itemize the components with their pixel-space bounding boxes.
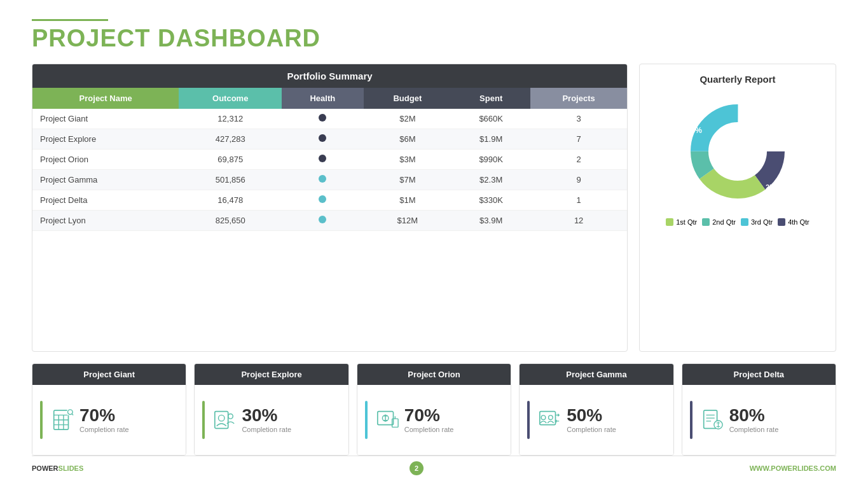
legend-color-1st bbox=[666, 218, 673, 226]
cell-budget: $3M bbox=[364, 150, 452, 170]
cell-spent: $2.3M bbox=[451, 170, 530, 190]
cell-health bbox=[282, 190, 363, 211]
project-card: Project Orion 70% Completion rate bbox=[357, 363, 511, 456]
project-card: Project Explore 30% Completion rate bbox=[194, 363, 348, 456]
cell-outcome: 501,856 bbox=[179, 170, 282, 190]
card-header: Project Orion bbox=[357, 364, 511, 385]
title-black: PROJECT bbox=[32, 25, 158, 52]
card-header: Project Giant bbox=[32, 364, 186, 385]
col-header-outcome: Outcome bbox=[179, 88, 282, 109]
legend-2nd: 2nd Qtr bbox=[702, 218, 736, 226]
card-icon-svg bbox=[212, 408, 237, 432]
card-body: 50% Completion rate bbox=[520, 385, 673, 455]
donut-hole bbox=[709, 123, 766, 180]
completion-percent: 30% bbox=[242, 407, 291, 424]
header-accent-line bbox=[32, 19, 108, 21]
completion-percent: 70% bbox=[79, 407, 129, 424]
completion-label: Completion rate bbox=[242, 426, 291, 433]
page: PROJECT DASHBOARD Portfolio Summary Proj… bbox=[0, 0, 868, 488]
cell-spent: $330K bbox=[451, 190, 530, 211]
legend-label-4th: 4th Qtr bbox=[788, 218, 809, 226]
health-dot bbox=[319, 195, 326, 203]
footer-url: WWW.POWERLIDES.COM bbox=[750, 464, 836, 472]
cell-name: Project Explore bbox=[32, 129, 179, 150]
cell-name: Project Giant bbox=[32, 109, 179, 129]
card-accent-bar bbox=[527, 401, 530, 439]
portfolio-title: Portfolio Summary bbox=[32, 64, 627, 88]
cell-outcome: 16,478 bbox=[179, 190, 282, 211]
completion-percent: 70% bbox=[404, 407, 454, 424]
portfolio-table: Project Name Outcome Health Budget Spent… bbox=[32, 88, 627, 231]
cell-spent: $660K bbox=[451, 109, 530, 129]
footer-brand-green: SLIDES bbox=[59, 464, 84, 472]
health-dot bbox=[319, 114, 326, 122]
completion-percent: 80% bbox=[729, 407, 779, 424]
label-3rd: 25% bbox=[766, 183, 780, 191]
top-section: Portfolio Summary Project Name Outcome H… bbox=[32, 64, 836, 352]
title-green: DASHBOARD bbox=[158, 25, 320, 52]
main-content: Portfolio Summary Project Name Outcome H… bbox=[32, 64, 836, 456]
cell-outcome: 427,283 bbox=[179, 129, 282, 150]
card-icon-svg bbox=[50, 408, 74, 432]
table-row: Project Lyon 825,650 $12M $3.9M 12 bbox=[32, 211, 627, 231]
col-header-budget: Budget bbox=[364, 88, 452, 109]
legend-3rd: 3rd Qtr bbox=[741, 218, 773, 226]
completion-label: Completion rate bbox=[729, 426, 779, 433]
health-dot bbox=[319, 216, 326, 223]
table-row: Project Orion 69,875 $3M $990K 2 bbox=[32, 150, 627, 170]
legend-color-2nd bbox=[702, 218, 710, 226]
legend-color-3rd bbox=[741, 218, 748, 226]
cell-spent: $1.9M bbox=[451, 129, 530, 150]
card-body: 70% Completion rate bbox=[32, 385, 186, 455]
label-1st: 25% bbox=[762, 106, 776, 113]
card-accent-bar bbox=[40, 401, 43, 439]
table-row: Project Delta 16,478 $1M $330K 1 bbox=[32, 190, 627, 211]
page-header: PROJECT DASHBOARD bbox=[32, 19, 836, 52]
donut-legend: 1st Qtr 2nd Qtr 3rd Qtr 4th Qtr bbox=[666, 218, 809, 226]
card-header: Project Explore bbox=[195, 364, 348, 385]
card-accent-bar bbox=[202, 401, 205, 439]
cell-projects: 12 bbox=[530, 211, 627, 231]
cell-projects: 1 bbox=[530, 190, 627, 211]
svg-point-11 bbox=[228, 414, 233, 419]
card-accent-bar bbox=[365, 401, 368, 439]
project-card: Project Giant 70% Completion rate bbox=[32, 363, 186, 456]
cell-budget: $2M bbox=[364, 109, 452, 129]
legend-label-1st: 1st Qtr bbox=[676, 218, 697, 226]
card-stats: 70% Completion rate bbox=[79, 407, 129, 433]
cell-health bbox=[282, 150, 363, 170]
cell-name: Project Lyon bbox=[32, 211, 179, 231]
card-stats: 30% Completion rate bbox=[242, 407, 291, 433]
completion-label: Completion rate bbox=[79, 426, 129, 433]
card-stats: 70% Completion rate bbox=[404, 407, 454, 433]
card-header: Project Gamma bbox=[520, 364, 673, 385]
legend-4th: 4th Qtr bbox=[778, 218, 809, 226]
cell-name: Project Orion bbox=[32, 150, 179, 170]
label-2nd: 10% bbox=[776, 143, 790, 150]
quarterly-section: Quarterly Report bbox=[639, 64, 836, 352]
cell-spent: $990K bbox=[451, 150, 530, 170]
table-row: Project Giant 12,312 $2M $660K 3 bbox=[32, 109, 627, 129]
legend-1st: 1st Qtr bbox=[666, 218, 697, 226]
card-body: 30% Completion rate bbox=[195, 385, 348, 455]
cell-name: Project Gamma bbox=[32, 170, 179, 190]
cell-budget: $12M bbox=[364, 211, 452, 231]
donut-svg bbox=[680, 94, 795, 209]
footer-brand: POWERSLIDES bbox=[32, 464, 83, 472]
col-header-spent: Spent bbox=[451, 88, 530, 109]
cell-projects: 3 bbox=[530, 109, 627, 129]
cards-section: Project Giant 70% Completion rate Projec… bbox=[32, 363, 836, 456]
cell-spent: $3.9M bbox=[451, 211, 530, 231]
page-number: 2 bbox=[410, 461, 424, 475]
project-card: Project Gamma 50% Completion rate bbox=[519, 363, 673, 456]
card-accent-bar bbox=[690, 401, 692, 439]
cell-outcome: 825,650 bbox=[179, 211, 282, 231]
cell-projects: 2 bbox=[530, 150, 627, 170]
cell-budget: $6M bbox=[364, 129, 452, 150]
donut-chart: 25% 10% 25% 40% bbox=[680, 94, 795, 209]
col-header-name: Project Name bbox=[32, 88, 179, 109]
card-header: Project Delta bbox=[682, 364, 836, 385]
card-body: 80% Completion rate bbox=[682, 385, 836, 455]
cell-health bbox=[282, 109, 363, 129]
cell-projects: 9 bbox=[530, 170, 627, 190]
